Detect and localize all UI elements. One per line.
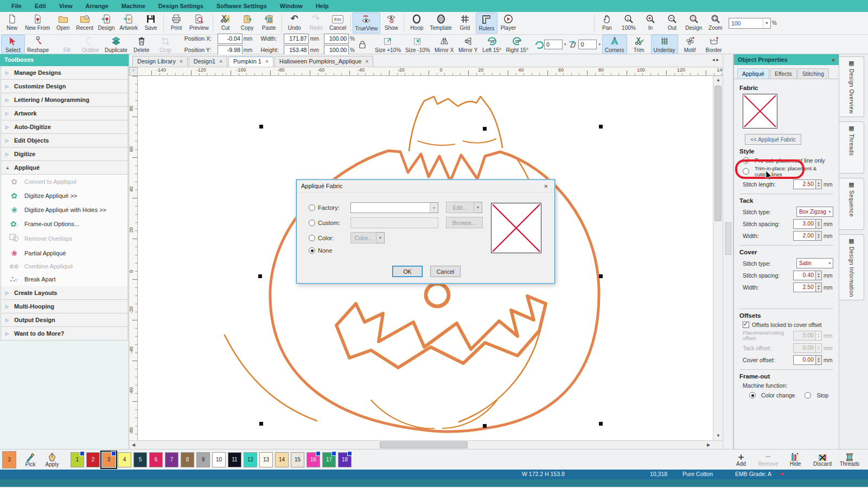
- new-from-button[interactable]: New From: [23, 12, 52, 34]
- print-button[interactable]: Print: [165, 12, 187, 34]
- scroll-down-icon[interactable]: ▼: [713, 432, 723, 440]
- close-tab-icon[interactable]: ×: [219, 59, 222, 65]
- duplicate-button[interactable]: Duplicate: [103, 35, 130, 54]
- width-field[interactable]: [284, 34, 309, 44]
- tool-break-apart[interactable]: ∴∵Break Apart: [1, 272, 128, 286]
- menu-item[interactable]: File: [5, 1, 28, 11]
- thread-color-swatch[interactable]: 6: [149, 452, 163, 467]
- thread-color-swatch[interactable]: 2: [86, 452, 100, 467]
- zoom-design-button[interactable]: Design: [683, 12, 705, 34]
- close-icon[interactable]: ×: [541, 182, 550, 190]
- position-y-field[interactable]: [218, 45, 242, 55]
- docked-tab[interactable]: ▦ Design Information: [839, 234, 864, 300]
- print-preview-button[interactable]: Preview: [187, 12, 211, 34]
- tool-digitize-applique[interactable]: ✿Digitize Appliqué >>: [1, 189, 128, 203]
- sidebar-item-applique[interactable]: ▲Appliqué: [1, 161, 128, 175]
- menu-item[interactable]: Arrange: [80, 1, 114, 11]
- tab-effects[interactable]: Effects: [770, 68, 797, 79]
- copy-button[interactable]: Copy: [237, 12, 258, 34]
- tab-scroll-arrows[interactable]: ◂▸: [712, 57, 720, 62]
- document-tab[interactable]: Pumpkin 1 ×: [228, 56, 273, 67]
- horizontal-scrollbar[interactable]: ◀ ▶: [129, 440, 723, 449]
- thread-color-swatch[interactable]: 11: [228, 452, 241, 467]
- cancel-button[interactable]: Cancel: [430, 266, 461, 277]
- spinner-icon[interactable]: ▲▼: [816, 282, 822, 292]
- close-tab-icon[interactable]: ×: [180, 59, 183, 65]
- thread-color-swatch[interactable]: 1: [71, 452, 84, 467]
- size-down-button[interactable]: Size -10%: [403, 35, 432, 54]
- color-radio[interactable]: [309, 235, 315, 241]
- scroll-right-icon[interactable]: ▶: [704, 441, 713, 449]
- trueview-toggle[interactable]: TrueView: [353, 12, 381, 34]
- player-button[interactable]: Player: [497, 12, 519, 34]
- close-tab-icon[interactable]: ×: [365, 59, 368, 65]
- artwork-window-button[interactable]: Artwork: [117, 12, 140, 34]
- cover-stitch-type-select[interactable]: Satin▼: [796, 258, 833, 268]
- skew-angle-field[interactable]: [578, 40, 597, 49]
- splitter-handle[interactable]: [725, 222, 731, 255]
- scroll-up-icon[interactable]: ▲: [713, 76, 723, 85]
- tack-stitch-type-select[interactable]: Box Zigzag▼: [796, 207, 833, 217]
- selection-handle[interactable]: [259, 125, 263, 129]
- vertical-scrollbar[interactable]: ▲ ▼: [713, 76, 723, 440]
- grid-toggle[interactable]: Grid: [454, 12, 476, 34]
- close-tab-icon[interactable]: ×: [265, 59, 269, 65]
- selection-handle[interactable]: [599, 274, 603, 278]
- hoop-toggle[interactable]: Hoop: [406, 12, 427, 34]
- sidebar-item-artwork[interactable]: ▷Artwork: [1, 107, 128, 120]
- docked-tab[interactable]: ▦ Threads: [839, 121, 864, 174]
- offsets-locked-checkbox[interactable]: [743, 322, 749, 328]
- spinner-icon[interactable]: ▲▼: [816, 231, 822, 241]
- thread-color-swatch[interactable]: 12: [244, 452, 257, 467]
- zoom-100-button[interactable]: 1 100%: [618, 12, 640, 34]
- recent-button[interactable]: Recent: [74, 12, 95, 34]
- color-change-radio[interactable]: [749, 392, 756, 399]
- hide-colors-button[interactable]: Hide: [782, 453, 808, 467]
- sidebar-item-multi-hooping[interactable]: ▷Multi-Hooping: [1, 300, 128, 313]
- vertical-scroll-thumb[interactable]: [714, 86, 722, 221]
- docked-tab[interactable]: ▦ Design Overview: [839, 56, 864, 117]
- sidebar-item-create-layouts[interactable]: ▷Create Layouts: [1, 286, 128, 300]
- color-dropdown-icon[interactable]: ▼: [376, 232, 385, 243]
- mirror-x-button[interactable]: Mirror X: [432, 35, 456, 54]
- menu-item[interactable]: Machine: [116, 1, 151, 11]
- custom-radio[interactable]: [309, 220, 315, 226]
- sidebar-item-customize-design[interactable]: ▷Customize Design: [1, 80, 128, 93]
- edit-dropdown-icon[interactable]: ▼: [474, 202, 482, 213]
- selection-handle[interactable]: [483, 127, 487, 131]
- reshape-tool[interactable]: Reshape: [25, 35, 51, 54]
- threads-button[interactable]: Threads: [837, 453, 863, 467]
- thread-color-swatch[interactable]: 4: [118, 452, 131, 467]
- design-window-button[interactable]: Design: [95, 12, 117, 34]
- template-toggle[interactable]: Template: [427, 12, 454, 34]
- zoom-level-combo[interactable]: 100 ▼: [729, 18, 771, 29]
- thread-color-swatch[interactable]: 18: [338, 452, 352, 467]
- selection-handle[interactable]: [258, 274, 262, 278]
- size-up-button[interactable]: Size +10%: [373, 35, 403, 54]
- scale-y-field[interactable]: [324, 45, 349, 55]
- mirror-y-button[interactable]: Mirror Y: [456, 35, 480, 54]
- document-tab[interactable]: Halloween Pumpkins_Applique ×: [275, 56, 374, 67]
- rotate-left-15-button[interactable]: 15° Left 15°: [480, 35, 504, 54]
- apply-color-button[interactable]: Apply: [41, 452, 63, 467]
- sidebar-item-want-more[interactable]: ▷Want to do More?: [1, 327, 128, 341]
- chevron-down-icon[interactable]: ▼: [763, 18, 770, 28]
- delete-button[interactable]: Delete: [130, 35, 154, 54]
- cover-offset-field[interactable]: 0.00: [793, 355, 816, 365]
- trim-in-place-radio[interactable]: [743, 168, 749, 175]
- ok-button[interactable]: OK: [392, 266, 423, 277]
- rotate-angle-field[interactable]: [544, 40, 563, 49]
- document-tab[interactable]: Design Library ×: [132, 56, 188, 67]
- tool-partial-applique[interactable]: ❀Partial Appliqué: [1, 246, 128, 260]
- pan-button[interactable]: Pan: [596, 12, 618, 34]
- add-color-button[interactable]: ＋ Add: [728, 453, 754, 467]
- border-toggle[interactable]: Border: [702, 35, 726, 54]
- tack-spacing-field[interactable]: 3.00: [793, 219, 816, 229]
- docked-tab[interactable]: ▦ Sequence: [839, 178, 864, 230]
- tab-applique[interactable]: Appliqué: [737, 68, 769, 79]
- position-x-field[interactable]: [218, 34, 242, 44]
- rulers-toggle[interactable]: Rulers: [476, 12, 497, 34]
- pick-color-button[interactable]: Pick: [20, 452, 41, 467]
- thread-color-swatch[interactable]: 5: [133, 452, 147, 467]
- cover-spacing-field[interactable]: 0.40: [793, 271, 816, 280]
